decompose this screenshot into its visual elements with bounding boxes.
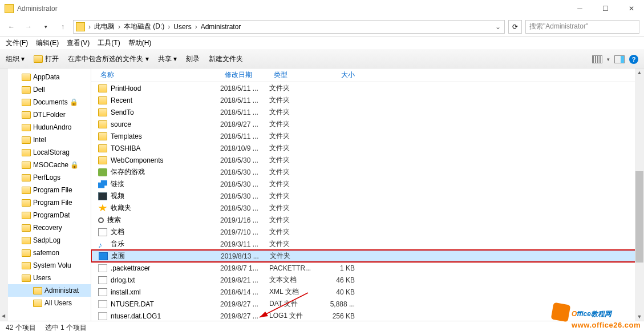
- breadcrumb-1[interactable]: 本地磁盘 (D:): [121, 22, 167, 31]
- new-folder-button[interactable]: 新建文件夹: [209, 54, 243, 64]
- file-row[interactable]: 文档 2019/7/10 ... 文件夹: [91, 226, 644, 238]
- tree-item[interactable]: System Volu: [0, 259, 91, 272]
- forward-button[interactable]: →: [22, 20, 35, 34]
- tree-item[interactable]: Intel: [0, 134, 91, 146]
- menu-file[interactable]: 文件(F): [6, 38, 28, 48]
- file-row[interactable]: SendTo 2018/5/11 ... 文件夹: [91, 106, 644, 118]
- folder-icon: [98, 120, 107, 128]
- breadcrumb-0[interactable]: 此电脑: [92, 22, 117, 31]
- organize-button[interactable]: 组织 ▾: [6, 54, 25, 64]
- file-row[interactable]: 音乐 2019/3/11 ... 文件夹: [91, 238, 644, 250]
- column-date[interactable]: 修改日期: [220, 70, 269, 80]
- tree-item-label: Users: [33, 274, 51, 282]
- file-row[interactable]: TOSHIBA 2018/10/9 ... 文件夹: [91, 142, 644, 154]
- help-icon[interactable]: ?: [629, 55, 638, 64]
- search-icon: [98, 217, 104, 223]
- file-date: 2019/8/7 1...: [220, 264, 269, 272]
- chevron-right-icon[interactable]: ›: [87, 23, 92, 31]
- tree-item[interactable]: HudunAndro: [0, 121, 91, 134]
- up-button[interactable]: ↑: [56, 20, 70, 34]
- file-row[interactable]: Recent 2018/5/11 ... 文件夹: [91, 94, 644, 106]
- tree-item[interactable]: Recovery: [0, 221, 91, 234]
- menu-tools[interactable]: 工具(T): [98, 38, 120, 48]
- file-row[interactable]: WebComponents 2018/5/30 ... 文件夹: [91, 154, 644, 166]
- minimize-button[interactable]: ─: [567, 0, 593, 17]
- refresh-button[interactable]: ⟳: [508, 20, 522, 34]
- column-name[interactable]: 名称: [91, 70, 220, 80]
- include-in-library-button[interactable]: 在库中包含所选的文件夹 ▾: [68, 54, 148, 64]
- file-date: 2018/9/27 ...: [220, 120, 269, 128]
- file-date: 2018/5/30 ...: [220, 204, 269, 212]
- file-row[interactable]: .packettracer 2019/8/7 1... PACKETTR... …: [91, 262, 644, 274]
- scrollbar-thumb[interactable]: [635, 171, 643, 263]
- breadcrumb-3[interactable]: Administrator: [199, 23, 244, 31]
- file-row[interactable]: 搜索 2019/1/16 ... 文件夹: [91, 214, 644, 226]
- folder-icon: [98, 84, 107, 92]
- file-list[interactable]: 名称 修改日期 类型 大小 PrintHood 2018/5/11 ... 文件…: [91, 68, 644, 321]
- tree-item[interactable]: Users: [0, 272, 91, 284]
- menu-help[interactable]: 帮助(H): [128, 38, 152, 48]
- address-bar[interactable]: › 此电脑 › 本地磁盘 (D:) › Users › Administrato…: [73, 20, 505, 34]
- tree-item[interactable]: PerfLogs: [0, 171, 91, 184]
- navigation-bar: ← → ▾ ↑ › 此电脑 › 本地磁盘 (D:) › Users › Admi…: [0, 17, 644, 37]
- tree-scrollbar-h[interactable]: [0, 68, 8, 321]
- close-button[interactable]: ✕: [618, 0, 644, 17]
- column-size[interactable]: 大小: [318, 70, 359, 80]
- share-button[interactable]: 共享 ▾: [158, 54, 177, 64]
- chevron-right-icon[interactable]: ›: [167, 23, 171, 31]
- file-row[interactable]: 保存的游戏 2018/5/30 ... 文件夹: [91, 166, 644, 178]
- tree-item[interactable]: DTLFolder: [0, 108, 91, 121]
- tree-item[interactable]: ProgramDat: [0, 209, 91, 221]
- column-type[interactable]: 类型: [269, 70, 318, 80]
- file-date: 2018/5/30 ...: [220, 168, 269, 176]
- tree-item-label: Intel: [33, 136, 46, 144]
- tree-item[interactable]: Program File: [0, 184, 91, 196]
- tree-item[interactable]: Program File: [0, 196, 91, 209]
- view-dropdown-icon[interactable]: ▾: [607, 56, 610, 62]
- back-button[interactable]: ←: [5, 20, 18, 34]
- preview-pane-icon[interactable]: [614, 55, 625, 63]
- file-row[interactable]: 链接 2018/5/30 ... 文件夹: [91, 178, 644, 190]
- menu-edit[interactable]: 编辑(E): [36, 38, 59, 48]
- file-row[interactable]: 桌面 2019/8/13 ... 文件夹: [91, 250, 644, 262]
- menu-view[interactable]: 查看(V): [67, 38, 90, 48]
- link-icon: [98, 180, 107, 188]
- file-row[interactable]: source 2018/9/27 ... 文件夹: [91, 118, 644, 130]
- tree-item[interactable]: MSOCache 🔒: [0, 159, 91, 171]
- view-options-icon[interactable]: [592, 55, 602, 63]
- breadcrumb-2[interactable]: Users: [171, 23, 193, 31]
- watermark-title: Office教程网: [572, 306, 611, 319]
- tree-item[interactable]: safemon: [0, 247, 91, 259]
- tree-item[interactable]: All Users: [0, 297, 91, 309]
- navigation-tree[interactable]: AppDataDellDocuments 🔒DTLFolderHudunAndr…: [0, 68, 91, 321]
- maximize-button[interactable]: ☐: [593, 0, 618, 17]
- file-row[interactable]: PrintHood 2018/5/11 ... 文件夹: [91, 82, 644, 94]
- file-type: 文件夹: [269, 119, 318, 129]
- tree-item[interactable]: SadpLog: [0, 234, 91, 247]
- file-type: DAT 文件: [269, 299, 318, 309]
- tree-item[interactable]: Documents 🔒: [0, 96, 91, 108]
- file-date: 2019/1/16 ...: [220, 216, 269, 224]
- file-row[interactable]: 收藏夹 2018/5/30 ... 文件夹: [91, 202, 644, 214]
- chevron-right-icon[interactable]: ›: [117, 23, 121, 31]
- file-date: 2019/7/10 ...: [220, 228, 269, 236]
- tree-item[interactable]: AppData: [0, 71, 91, 83]
- file-name: source: [111, 120, 131, 128]
- file-row[interactable]: drlog.txt 2019/8/21 ... 文本文档 46 KB: [91, 274, 644, 286]
- open-button[interactable]: 打开: [34, 54, 59, 64]
- folder-icon: [22, 136, 31, 144]
- tree-item[interactable]: LocalStorag: [0, 146, 91, 159]
- file-type: 文件夹: [269, 203, 318, 213]
- list-scrollbar[interactable]: ▲ ▼: [635, 68, 644, 321]
- file-row[interactable]: 视频 2018/5/30 ... 文件夹: [91, 190, 644, 202]
- tree-item[interactable]: Administrat: [0, 284, 91, 297]
- address-dropdown-icon[interactable]: ⌄: [494, 23, 502, 31]
- file-row[interactable]: Templates 2018/5/11 ... 文件夹: [91, 130, 644, 142]
- game-icon: [98, 168, 107, 176]
- tree-item[interactable]: Dell: [0, 83, 91, 96]
- chevron-right-icon[interactable]: ›: [194, 23, 199, 31]
- burn-button[interactable]: 刻录: [186, 54, 200, 64]
- recent-dropdown[interactable]: ▾: [39, 20, 52, 34]
- search-input[interactable]: 搜索"Administrator": [525, 20, 639, 34]
- file-row[interactable]: install.xml 2018/6/14 ... XML 文档 40 KB: [91, 286, 644, 298]
